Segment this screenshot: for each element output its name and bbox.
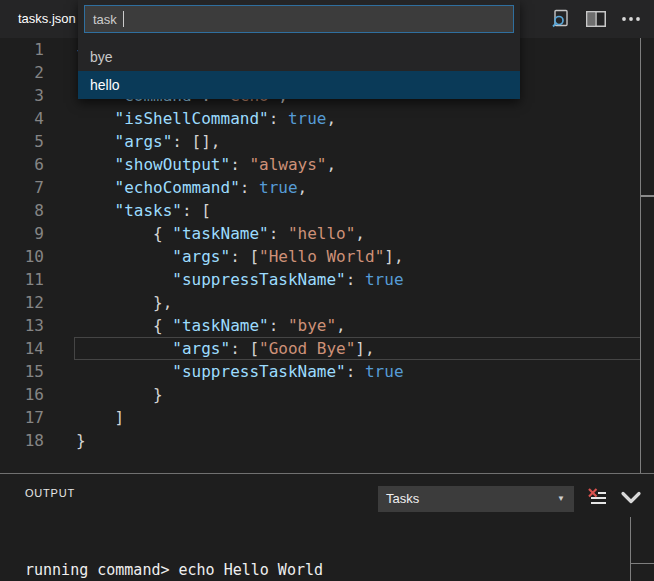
- code-line[interactable]: ]: [76, 406, 640, 429]
- line-number: 9: [0, 222, 44, 245]
- panel-title: OUTPUT: [25, 487, 75, 499]
- quick-open-item-bye[interactable]: bye: [78, 43, 520, 71]
- code-area[interactable]: { "version": "0.1.0", "command": "echo",…: [76, 38, 640, 452]
- line-number: 15: [0, 360, 44, 383]
- line-number: 6: [0, 153, 44, 176]
- line-number: 18: [0, 429, 44, 452]
- quick-open-item-label: bye: [90, 49, 113, 65]
- line-number: 4: [0, 107, 44, 130]
- clear-output-icon[interactable]: [584, 485, 610, 511]
- code-line[interactable]: "showOutput": "always",: [76, 153, 640, 176]
- quick-open-input[interactable]: task: [84, 5, 514, 33]
- line-number: 12: [0, 291, 44, 314]
- line-number: 8: [0, 199, 44, 222]
- gutter: 123456789101112131415161718: [0, 38, 44, 452]
- select-arrow-icon: ▼: [557, 486, 565, 512]
- text-cursor: [123, 11, 125, 27]
- tab-tasks-json[interactable]: tasks.json: [18, 0, 76, 38]
- quick-open-list: bye hello: [78, 43, 520, 99]
- line-number: 14: [0, 337, 44, 360]
- line-number: 13: [0, 314, 44, 337]
- code-line[interactable]: "suppressTaskName": true: [76, 268, 640, 291]
- output-panel: OUTPUT Tasks ▼ running c: [0, 474, 654, 581]
- editor-actions: [548, 0, 644, 38]
- line-number: 7: [0, 176, 44, 199]
- scrollbar-mark: [641, 195, 654, 197]
- quick-open-widget: task bye hello: [78, 0, 520, 99]
- quick-open-input-value: task: [93, 12, 117, 27]
- code-line[interactable]: }: [76, 429, 640, 452]
- split-editor-icon[interactable]: [583, 6, 609, 32]
- output-channel-select[interactable]: Tasks ▼: [378, 486, 574, 512]
- editor: 123456789101112131415161718 { "version":…: [0, 38, 654, 473]
- code-line[interactable]: "args": ["Good Bye"],: [76, 337, 640, 360]
- code-line[interactable]: "args": ["Hello World"],: [76, 245, 640, 268]
- code-line[interactable]: }: [76, 383, 640, 406]
- code-line[interactable]: "args": [],: [76, 130, 640, 153]
- code-line[interactable]: "suppressTaskName": true: [76, 360, 640, 383]
- code-line[interactable]: { "taskName": "hello",: [76, 222, 640, 245]
- quick-open-item-label: hello: [90, 77, 120, 93]
- code-line[interactable]: },: [76, 291, 640, 314]
- line-number: 2: [0, 61, 44, 84]
- code-line[interactable]: "echoCommand": true,: [76, 176, 640, 199]
- line-number: 3: [0, 84, 44, 107]
- code-line[interactable]: "isShellCommand": true,: [76, 107, 640, 130]
- panel-scrollbar-mark: [630, 563, 654, 564]
- code-line[interactable]: { "taskName": "bye",: [76, 314, 640, 337]
- line-number: 17: [0, 406, 44, 429]
- vscode-window: tasks.json: [0, 0, 654, 581]
- open-preview-icon[interactable]: [548, 6, 574, 32]
- quick-open-item-hello[interactable]: hello: [78, 71, 520, 99]
- panel-scrollbar[interactable]: [630, 517, 654, 581]
- editor-scrollbar[interactable]: [640, 38, 654, 473]
- line-number: 11: [0, 268, 44, 291]
- output-log: running command> echo Hello World "Hello…: [25, 510, 624, 581]
- output-line: running command> echo Hello World: [25, 558, 624, 581]
- line-number: 16: [0, 383, 44, 406]
- more-actions-icon[interactable]: [618, 6, 644, 32]
- line-number: 5: [0, 130, 44, 153]
- panel-actions: [584, 485, 644, 511]
- output-channel-value: Tasks: [386, 491, 419, 506]
- line-number: 10: [0, 245, 44, 268]
- collapse-panel-chevron-icon[interactable]: [618, 485, 644, 511]
- code-line[interactable]: "tasks": [: [76, 199, 640, 222]
- line-number: 1: [0, 38, 44, 61]
